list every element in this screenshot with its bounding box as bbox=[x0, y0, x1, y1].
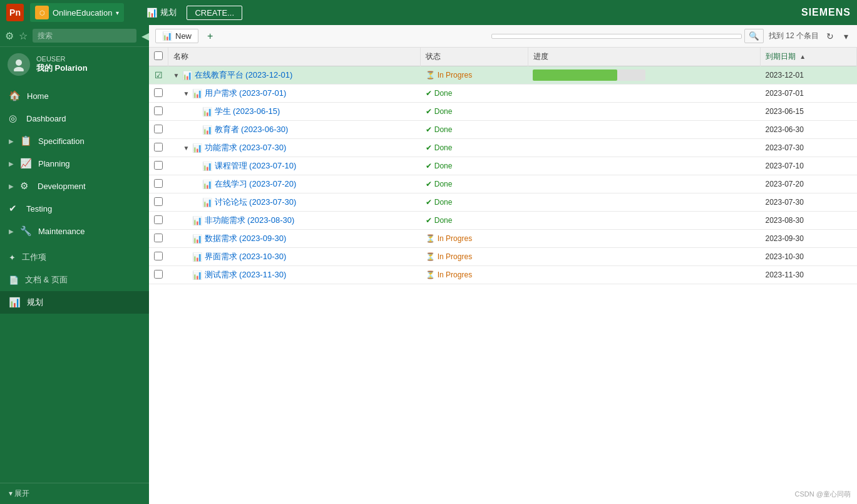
done-icon: ✔ bbox=[426, 143, 432, 152]
row-duedate-cell: 2023-08-30 bbox=[760, 212, 856, 230]
inprogress-icon: ⏳ bbox=[426, 252, 435, 261]
row-status-cell: ✔Done bbox=[421, 175, 528, 193]
row-duedate-cell: 2023-07-10 bbox=[760, 157, 856, 175]
row-plan-icon: 📊 bbox=[192, 234, 202, 244]
sidebar-item-planning-label: Planning bbox=[38, 159, 70, 168]
sidebar-collapse-icon[interactable]: ◀ bbox=[141, 30, 149, 42]
row-expand-btn[interactable]: ▼ bbox=[173, 72, 180, 79]
inprogress-icon: ⏳ bbox=[426, 234, 435, 243]
star-icon[interactable]: ☆ bbox=[19, 30, 28, 42]
product-switcher[interactable]: ⬡ OnlineEducation ▾ bbox=[30, 3, 124, 22]
col-status: 状态 bbox=[421, 48, 528, 66]
row-expand-btn[interactable]: ▼ bbox=[183, 145, 190, 152]
more-options-button[interactable]: ▾ bbox=[841, 30, 851, 43]
sidebar-user: OEUSER 我的 Polarion bbox=[0, 46, 149, 82]
row-checkbox-checked[interactable]: ☑ bbox=[155, 70, 163, 80]
row-name-cell: 📊 测试需求 (2023-11-30) bbox=[168, 266, 421, 284]
create-button[interactable]: CREATE... bbox=[187, 6, 242, 20]
refresh-button[interactable]: ↻ bbox=[824, 30, 836, 43]
row-checkbox[interactable] bbox=[154, 88, 163, 97]
row-name-link[interactable]: 测试需求 (2023-11-30) bbox=[205, 269, 287, 280]
row-status-cell: ⏳In Progres bbox=[421, 266, 528, 284]
row-checkbox[interactable] bbox=[154, 179, 163, 188]
settings-icon[interactable]: ⚙ bbox=[5, 30, 14, 42]
row-checkbox[interactable] bbox=[154, 143, 163, 152]
specification-expand-arrow: ▶ bbox=[9, 138, 14, 145]
sidebar-item-maintenance[interactable]: ▶ 🔧 Maintenance bbox=[0, 220, 149, 242]
sidebar-section-workitems[interactable]: ✦ 工作项 bbox=[0, 246, 149, 269]
status-label: Done bbox=[434, 143, 453, 152]
row-status-cell: ⏳In Progres bbox=[421, 248, 528, 266]
planning2-icon: 📊 bbox=[9, 297, 21, 308]
row-progress-cell bbox=[528, 157, 760, 175]
search-button[interactable]: 🔍 bbox=[744, 29, 764, 43]
status-label: Done bbox=[434, 216, 453, 225]
table-row: 📊 学生 (2023-06-15) ✔Done2023-06-15 bbox=[149, 103, 857, 121]
nav-planning[interactable]: 📊 规划 bbox=[140, 4, 183, 21]
row-progress-cell bbox=[528, 193, 760, 212]
status-label: In Progres bbox=[438, 234, 472, 243]
row-plan-icon: 📊 bbox=[192, 216, 202, 225]
row-checkbox-cell bbox=[149, 266, 168, 284]
sidebar-item-specification[interactable]: ▶ 📋 Specification bbox=[0, 130, 149, 152]
row-name-wrapper: 📊 讨论论坛 (2023-07-30) bbox=[173, 197, 416, 208]
sidebar-item-development[interactable]: ▶ ⚙ Development bbox=[0, 175, 149, 197]
row-checkbox[interactable] bbox=[154, 125, 163, 133]
row-checkbox[interactable] bbox=[154, 106, 163, 115]
row-name-link[interactable]: 界面需求 (2023-10-30) bbox=[205, 251, 287, 262]
sidebar-item-planning[interactable]: ▶ 📈 Planning bbox=[0, 152, 149, 175]
new-button[interactable]: 📊 New bbox=[155, 29, 198, 43]
sidebar-section-planning[interactable]: 📊 规划 bbox=[0, 291, 149, 314]
col-duedate[interactable]: 到期日期 ▲ bbox=[760, 48, 856, 66]
row-name-link[interactable]: 用户需求 (2023-07-01) bbox=[205, 88, 287, 99]
row-checkbox[interactable] bbox=[154, 215, 163, 224]
row-name-link[interactable]: 教育者 (2023-06-30) bbox=[215, 124, 289, 135]
table-row: 📊 讨论论坛 (2023-07-30) ✔Done2023-07-30 bbox=[149, 193, 857, 212]
sidebar-item-testing[interactable]: ✔ Testing bbox=[0, 197, 149, 220]
row-checkbox-cell bbox=[149, 121, 168, 139]
svg-point-0 bbox=[16, 59, 22, 66]
row-status-cell: ⏳In Progres bbox=[421, 66, 528, 85]
sidebar-section-docpages[interactable]: 📄 文档 & 页面 bbox=[0, 269, 149, 291]
row-name-wrapper: 📊 界面需求 (2023-10-30) bbox=[173, 251, 416, 262]
search-dropdown[interactable] bbox=[491, 34, 742, 39]
status-inprogress: ⏳In Progres bbox=[426, 252, 523, 261]
row-name-link[interactable]: 讨论论坛 (2023-07-30) bbox=[215, 197, 297, 208]
done-icon: ✔ bbox=[426, 107, 432, 116]
row-checkbox-cell bbox=[149, 157, 168, 175]
status-label: Done bbox=[434, 125, 453, 134]
row-checkbox[interactable] bbox=[154, 270, 163, 279]
row-name-cell: 📊 数据需求 (2023-09-30) bbox=[168, 230, 421, 248]
product-dropdown-arrow: ▾ bbox=[116, 9, 119, 16]
row-name-link[interactable]: 在线学习 (2023-07-20) bbox=[215, 178, 297, 190]
sidebar-item-dashboard[interactable]: ◎ Dashboard bbox=[0, 107, 149, 130]
sidebar-footer-expand[interactable]: ▾ 展开 bbox=[0, 483, 149, 504]
row-checkbox[interactable] bbox=[154, 252, 163, 260]
row-name-link[interactable]: 课程管理 (2023-07-10) bbox=[215, 160, 297, 172]
row-plan-icon: 📊 bbox=[202, 198, 212, 207]
row-checkbox[interactable] bbox=[154, 161, 163, 170]
row-plan-icon: 📊 bbox=[202, 180, 212, 189]
row-expand-btn[interactable]: ▼ bbox=[183, 90, 190, 97]
select-all-checkbox[interactable] bbox=[154, 51, 163, 60]
status-inprogress: ⏳In Progres bbox=[426, 270, 523, 279]
username: OEUSER bbox=[36, 55, 88, 63]
sidebar-item-testing-label: Testing bbox=[26, 204, 52, 213]
row-name-link[interactable]: 功能需求 (2023-07-30) bbox=[205, 142, 287, 153]
row-checkbox[interactable] bbox=[154, 197, 163, 206]
row-name-link[interactable]: 数据需求 (2023-09-30) bbox=[205, 233, 287, 244]
row-name-cell: ▼ 📊 功能需求 (2023-07-30) bbox=[168, 139, 421, 157]
row-duedate-cell: 2023-06-15 bbox=[760, 103, 856, 121]
row-name-wrapper: 📊 在线学习 (2023-07-20) bbox=[173, 178, 416, 190]
sidebar-search-input[interactable] bbox=[33, 29, 136, 43]
sidebar-item-home[interactable]: 🏠 Home bbox=[0, 85, 149, 107]
row-name-link[interactable]: 学生 (2023-06-15) bbox=[215, 106, 280, 117]
row-duedate-cell: 2023-07-30 bbox=[760, 193, 856, 212]
add-button[interactable]: + bbox=[203, 29, 217, 43]
row-duedate-cell: 2023-11-30 bbox=[760, 266, 856, 284]
row-name-link[interactable]: 非功能需求 (2023-08-30) bbox=[205, 215, 295, 226]
table-row: 📊 教育者 (2023-06-30) ✔Done2023-06-30 bbox=[149, 121, 857, 139]
table-row: ☑ ▼ 📊 在线教育平台 (2023-12-01) ⏳In Progres202… bbox=[149, 66, 857, 85]
row-name-link[interactable]: 在线教育平台 (2023-12-01) bbox=[195, 69, 293, 81]
row-checkbox[interactable] bbox=[154, 234, 163, 242]
